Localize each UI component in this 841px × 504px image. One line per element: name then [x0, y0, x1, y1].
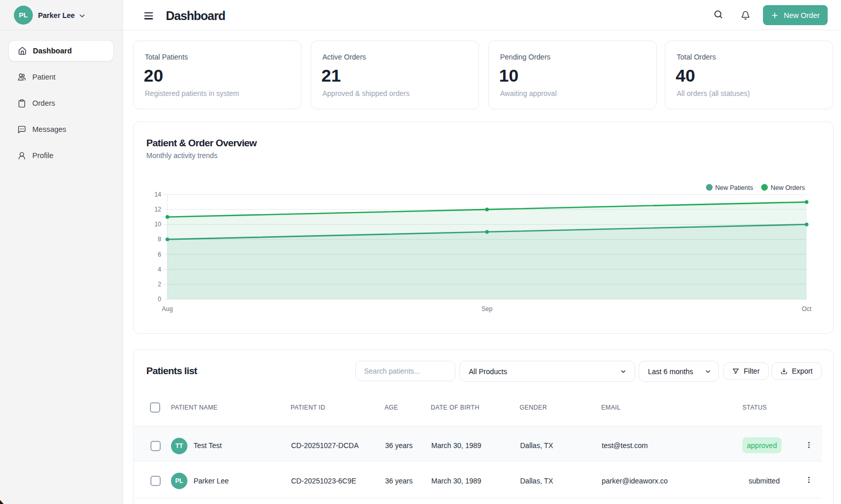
svg-text:2: 2: [158, 281, 161, 288]
svg-text:4: 4: [158, 266, 161, 273]
svg-text:New Patients: New Patients: [715, 184, 753, 191]
svg-text:Oct: Oct: [802, 305, 812, 313]
svg-text:14: 14: [155, 191, 162, 198]
svg-text:8: 8: [158, 236, 161, 243]
svg-text:0: 0: [158, 296, 161, 303]
svg-text:New Orders: New Orders: [771, 184, 805, 191]
svg-text:6: 6: [158, 251, 161, 258]
svg-text:Aug: Aug: [162, 305, 173, 313]
svg-text:10: 10: [155, 221, 162, 228]
svg-text:12: 12: [155, 206, 162, 213]
svg-text:Sep: Sep: [482, 305, 493, 313]
